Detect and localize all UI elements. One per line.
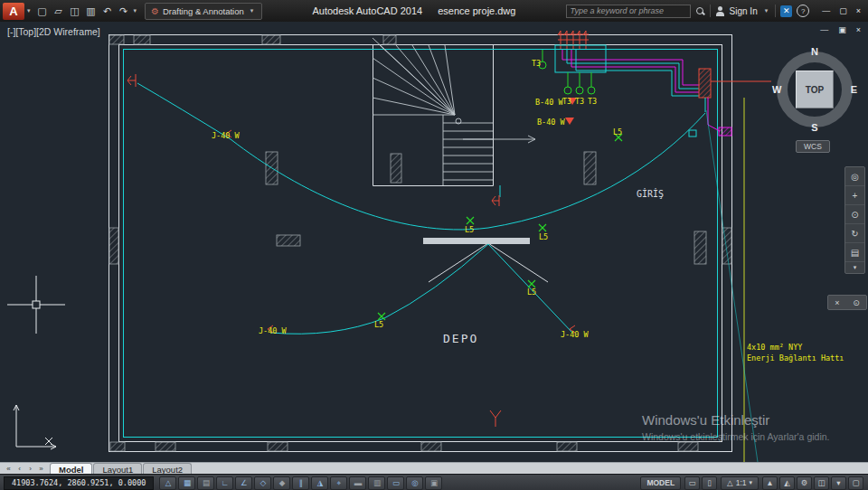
document-window-controls: — ▣ × bbox=[820, 25, 861, 34]
tab-nav-buttons: «‹›» bbox=[4, 465, 46, 473]
polar-tracking-toggle[interactable]: ∠ bbox=[235, 476, 252, 490]
scale-caret-icon: ▾ bbox=[749, 479, 752, 486]
watermark-line1: Windows'u Etkinleştir bbox=[642, 412, 829, 428]
tab-nav-icon[interactable]: « bbox=[4, 465, 14, 473]
sign-in-button[interactable]: Sign In bbox=[730, 6, 758, 16]
tab-nav-icon[interactable]: › bbox=[25, 465, 35, 473]
navigation-bar: ◎+⊙↻▤▾ bbox=[844, 166, 865, 274]
object-snap-toggle[interactable]: ◇ bbox=[254, 476, 271, 490]
new-file-icon[interactable]: ▢ bbox=[35, 4, 50, 18]
window-controls: — ▢ × bbox=[822, 6, 861, 15]
right-icon-group: ▲◭⚙◫▾▢ bbox=[762, 476, 863, 490]
close-button[interactable]: × bbox=[856, 6, 861, 15]
status-menu-icon[interactable]: ▾ bbox=[831, 476, 846, 490]
doc-close-button[interactable]: × bbox=[856, 25, 861, 34]
palette-close-icon[interactable]: × bbox=[835, 298, 839, 307]
search-input[interactable] bbox=[566, 5, 691, 18]
floor-plan-svg bbox=[0, 22, 868, 462]
status-toggles: △▦▤∟∠◇◆∥◮⌖▬▥▭◎▣ bbox=[159, 476, 442, 490]
layout-tabbar: «‹›» ModelLayout1Layout2 bbox=[0, 462, 868, 475]
divider bbox=[710, 5, 711, 17]
snap-mode-toggle[interactable]: ▦ bbox=[178, 476, 195, 490]
viewcube-east[interactable]: E bbox=[851, 84, 857, 95]
quick-properties-toggle[interactable]: ▭ bbox=[387, 476, 404, 490]
navigation-wheel-icon[interactable]: ◎ bbox=[845, 167, 864, 186]
viewcube-west[interactable]: W bbox=[772, 84, 781, 95]
workspace-caret-icon: ▾ bbox=[248, 7, 257, 14]
workspace-label: Drafting & Annotation bbox=[163, 6, 244, 16]
user-icon bbox=[715, 6, 725, 16]
divider bbox=[775, 5, 776, 17]
mini-palette-bar: ×⊙ bbox=[827, 295, 867, 310]
exchange-apps-icon[interactable]: ✕ bbox=[780, 5, 792, 17]
lineweight-toggle[interactable]: ▬ bbox=[349, 476, 366, 490]
window-title: Autodesk AutoCAD 2014 esence proje.dwg bbox=[262, 5, 565, 16]
ortho-mode-toggle[interactable]: ∟ bbox=[216, 476, 233, 490]
logo-caret-icon[interactable]: ▾ bbox=[24, 7, 33, 14]
viewport-controls[interactable]: [-][Top][2D Wireframe] bbox=[7, 26, 100, 37]
tab-nav-icon[interactable]: ‹ bbox=[14, 465, 24, 473]
statusbar-right: MODEL ▭▯ △ 1:1 ▾ ▲◭⚙◫▾▢ bbox=[640, 476, 863, 490]
watermark-line2: Windows'u etkinleştirmek için Ayarlar'a … bbox=[642, 431, 829, 442]
statusbar: 41903.7624, 2860.9251, 0.0000 △▦▤∟∠◇◆∥◮⌖… bbox=[0, 474, 868, 490]
titlebar: A ▾ ▢▱◫▥↶↷ ▾ ⚙ Drafting & Annotation ▾ A… bbox=[0, 0, 868, 22]
navbar-more-icon[interactable]: ▾ bbox=[845, 262, 864, 273]
autocad-window: A ▾ ▢▱◫▥↶↷ ▾ ⚙ Drafting & Annotation ▾ A… bbox=[0, 0, 868, 490]
annotation-scale-button[interactable]: △ 1:1 ▾ bbox=[721, 476, 759, 490]
app-name: Autodesk AutoCAD 2014 bbox=[312, 5, 422, 16]
model-space-canvas[interactable]: [-][Top][2D Wireframe] — ▣ × N S W E TOP… bbox=[0, 22, 868, 462]
selection-cycling-toggle[interactable]: ◎ bbox=[406, 476, 423, 490]
doc-minimize-button[interactable]: — bbox=[820, 25, 828, 34]
dynamic-ucs-toggle[interactable]: ◮ bbox=[311, 476, 328, 490]
coordinate-readout[interactable]: 41903.7624, 2860.9251, 0.0000 bbox=[4, 476, 154, 490]
workspace-gear-icon: ⚙ bbox=[151, 6, 159, 16]
wcs-dropdown[interactable]: WCS bbox=[796, 140, 830, 153]
orbit-icon[interactable]: ↻ bbox=[845, 224, 864, 243]
annotation-visibility-icon[interactable]: ▲ bbox=[762, 476, 778, 490]
model-space-button[interactable]: MODEL bbox=[640, 476, 681, 490]
sign-in-caret-icon[interactable]: ▾ bbox=[762, 7, 771, 14]
object-snap-tracking-toggle[interactable]: ∥ bbox=[292, 476, 309, 490]
model-label: MODEL bbox=[646, 478, 675, 487]
workspace-switcher[interactable]: ⚙ Drafting & Annotation ▾ bbox=[145, 3, 262, 20]
clean-screen-icon[interactable]: ▢ bbox=[848, 476, 863, 490]
viewcube[interactable]: N S W E TOP bbox=[771, 46, 858, 133]
annotation-scale-icon: △ bbox=[727, 478, 733, 487]
showmotion-icon[interactable]: ▤ bbox=[845, 243, 864, 262]
viewcube-top-face[interactable]: TOP bbox=[796, 71, 834, 108]
open-folder-icon[interactable]: ▱ bbox=[52, 4, 66, 18]
pan-icon[interactable]: + bbox=[845, 186, 864, 205]
plot-icon[interactable]: ▥ bbox=[84, 4, 99, 18]
document-name: esence proje.dwg bbox=[438, 5, 515, 16]
quick-view-buttons: ▭▯ bbox=[684, 476, 717, 490]
minimize-button[interactable]: — bbox=[822, 6, 830, 15]
redo-icon[interactable]: ↷ bbox=[117, 4, 131, 18]
quick-view-layouts-icon[interactable]: ▭ bbox=[684, 476, 700, 490]
viewcube-north[interactable]: N bbox=[811, 46, 818, 57]
dynamic-input-toggle[interactable]: ⌖ bbox=[330, 476, 347, 490]
zoom-icon[interactable]: ⊙ bbox=[845, 205, 864, 224]
undo-icon[interactable]: ↶ bbox=[100, 4, 115, 18]
annotation-autoscale-icon[interactable]: ◭ bbox=[779, 476, 795, 490]
infocenter: Sign In ▾ ✕ ? bbox=[566, 5, 810, 18]
save-icon[interactable]: ◫ bbox=[68, 4, 82, 18]
help-icon[interactable]: ? bbox=[797, 5, 809, 17]
maximize-button[interactable]: ▢ bbox=[839, 6, 847, 15]
annotation-monitor-toggle[interactable]: ▣ bbox=[425, 476, 442, 490]
3d-object-snap-toggle[interactable]: ◆ bbox=[273, 476, 290, 490]
windows-activation-watermark: Windows'u Etkinleştir Windows'u etkinleş… bbox=[642, 412, 829, 442]
qat-overflow-icon[interactable]: ▾ bbox=[131, 7, 140, 14]
viewcube-south[interactable]: S bbox=[811, 122, 817, 133]
palette-zoom-icon[interactable]: ⊙ bbox=[853, 298, 860, 307]
grid-display-toggle[interactable]: ▤ bbox=[197, 476, 214, 490]
quick-access-toolbar: ▢▱◫▥↶↷ bbox=[35, 4, 131, 18]
lock-ui-icon[interactable]: ◫ bbox=[814, 476, 829, 490]
workspace-switching-icon[interactable]: ⚙ bbox=[797, 476, 812, 490]
transparency-toggle[interactable]: ▥ bbox=[368, 476, 385, 490]
autocad-logo[interactable]: A bbox=[3, 3, 24, 20]
tab-nav-icon[interactable]: » bbox=[36, 465, 46, 473]
quick-view-drawings-icon[interactable]: ▯ bbox=[702, 476, 717, 490]
infer-constraints-toggle[interactable]: △ bbox=[159, 476, 176, 490]
search-binoculars-icon[interactable] bbox=[695, 6, 705, 16]
doc-restore-button[interactable]: ▣ bbox=[838, 25, 846, 34]
